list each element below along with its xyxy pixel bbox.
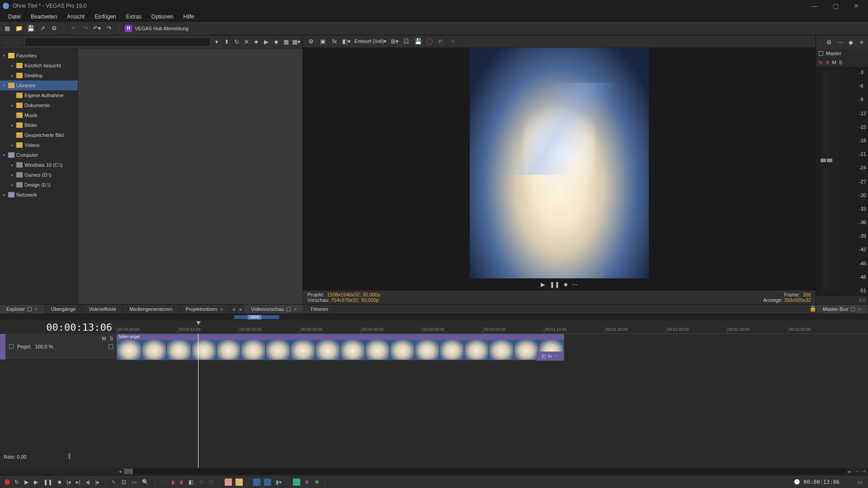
tree-item[interactable]: ▸Kürzlich besucht: [0, 61, 78, 70]
clip-crop-icon[interactable]: ◰: [542, 353, 546, 359]
scrollbar-thumb[interactable]: [124, 469, 133, 474]
open-icon[interactable]: 📁: [15, 25, 23, 32]
favorite-icon[interactable]: ★: [253, 38, 260, 46]
track-mute-button[interactable]: M: [102, 336, 106, 341]
tab-masterbus[interactable]: Master-Bus✕: [816, 305, 868, 314]
undo-icon[interactable]: ↶: [70, 25, 77, 32]
master-mute-button[interactable]: M: [832, 60, 836, 65]
play-button[interactable]: ▶: [33, 479, 39, 485]
playhead[interactable]: [198, 334, 198, 468]
file-list[interactable]: [78, 49, 302, 304]
zoom-tool[interactable]: 🔍: [141, 479, 150, 485]
menu-optionen[interactable]: Optionen: [147, 13, 178, 21]
twisty-icon[interactable]: ▸: [10, 143, 14, 147]
folder-tree[interactable]: ▾Favorites▸Kürzlich besucht▸Desktop▾Libr…: [0, 49, 78, 304]
nav-back-icon[interactable]: ←: [3, 39, 11, 45]
track-content[interactable]: fallen angel ◰ fx ⋯: [117, 334, 868, 468]
transport-timecode[interactable]: 00:00:13:06: [804, 479, 840, 485]
timeline-scrollbar[interactable]: ◂ ▸ − +: [0, 468, 868, 475]
preview-overlays-icon[interactable]: ⊞▾: [391, 38, 398, 45]
tree-item[interactable]: Musik: [0, 110, 78, 120]
tc-format-button[interactable]: ▭: [857, 479, 863, 485]
minimize-button[interactable]: ―: [808, 2, 821, 10]
scroll-left-icon[interactable]: ◂: [117, 469, 124, 474]
lock-icon[interactable]: 🔒: [809, 305, 816, 312]
tab-close-icon[interactable]: ✕: [293, 307, 297, 312]
play-start-button[interactable]: ▶: [24, 479, 29, 485]
scroll-right-icon[interactable]: ▸: [846, 469, 854, 474]
go-start-button[interactable]: |◂: [66, 479, 71, 485]
preview-fx-icon[interactable]: fx: [331, 38, 338, 45]
tab-explorer[interactable]: Explorer✕: [0, 305, 45, 314]
tab-videovorschau[interactable]: Videovorschau✕: [245, 305, 304, 314]
auto-preview-icon[interactable]: ▦: [283, 38, 290, 46]
menu-ansicht[interactable]: Ansicht: [62, 13, 89, 21]
preview-record-icon[interactable]: [426, 38, 433, 45]
tree-item[interactable]: ▸Netzwerk: [0, 190, 78, 200]
tabs-left-scroll-right-icon[interactable]: ▸: [237, 305, 245, 314]
video-clip[interactable]: fallen angel ◰ fx ⋯: [117, 334, 564, 360]
zoom-out-icon[interactable]: −: [854, 469, 861, 474]
preview-list-icon[interactable]: ≡: [449, 38, 456, 45]
marker-red-button[interactable]: ▮: [170, 479, 175, 485]
view-mode-icon[interactable]: ▦▾: [292, 38, 300, 46]
tree-item[interactable]: ▸Desktop: [0, 70, 78, 80]
twisty-icon[interactable]: ▸: [10, 173, 14, 177]
track-type-icon[interactable]: [9, 344, 14, 349]
tab-close-icon[interactable]: ✕: [220, 307, 223, 312]
twisty-icon[interactable]: ▾: [2, 53, 6, 58]
tree-item[interactable]: Gespeicherte Bild: [0, 130, 78, 140]
tab-videoeffekte[interactable]: Videoeffekte: [82, 305, 123, 314]
render-icon[interactable]: ↗: [39, 25, 46, 32]
master-downmix-icon[interactable]: ◆: [847, 38, 854, 46]
play-icon[interactable]: ▶: [263, 38, 270, 46]
vegas-hub[interactable]: H VEGAS Hub Abmeldung: [125, 25, 189, 32]
tree-item[interactable]: ▸Videos: [0, 140, 78, 150]
clip-controls[interactable]: ◰ fx ⋯: [537, 352, 564, 361]
tab-mediengeneratoren[interactable]: Mediengeneratoren: [123, 305, 179, 314]
tree-item[interactable]: ▸Bilder: [0, 120, 78, 130]
tab-trimmer[interactable]: Trimmer: [304, 305, 335, 314]
preview-pause-button[interactable]: ❚❚: [550, 281, 560, 288]
marker-yellow-button[interactable]: [236, 479, 243, 486]
twisty-icon[interactable]: ▸: [10, 163, 14, 167]
master-settings-icon[interactable]: ≡: [858, 38, 865, 46]
master-solo-button[interactable]: S: [839, 60, 842, 65]
timeline-ruler[interactable]: 00:00:00:0000:00:10:0000:00:20:0000:00:3…: [117, 320, 868, 334]
tree-item[interactable]: ▸Design (E:\): [0, 180, 78, 190]
tree-item[interactable]: ▾Libraries: [0, 80, 78, 90]
fx-automation-button[interactable]: ✲: [304, 479, 310, 485]
tab-projektnotizen[interactable]: Projektnotizen✕: [179, 305, 231, 314]
tab-bergnge[interactable]: Übergänge: [45, 305, 82, 314]
master-gear-icon[interactable]: ⚙: [826, 38, 833, 46]
track-level-value[interactable]: 100,0 %: [35, 344, 53, 349]
tabs-left-scroll-left-icon[interactable]: ◂: [230, 305, 237, 314]
loop-button[interactable]: ↻: [14, 479, 20, 485]
preview-copy-icon[interactable]: ⿻: [403, 38, 410, 45]
new-project-icon[interactable]: ▦: [4, 25, 11, 32]
undo-dropdown-icon[interactable]: ↶▾: [94, 25, 101, 32]
timeline-overview[interactable]: 12/28: [0, 314, 868, 320]
preview-save-icon[interactable]: 💾: [415, 38, 422, 45]
menu-hilfe[interactable]: Hilfe: [179, 13, 199, 21]
address-input[interactable]: [24, 38, 210, 47]
tab-close-icon[interactable]: ✕: [34, 307, 38, 312]
rate-slider[interactable]: ║: [68, 453, 75, 460]
close-button[interactable]: ✕: [850, 2, 863, 10]
twisty-icon[interactable]: ▸: [10, 103, 14, 108]
tab-undock-icon[interactable]: [851, 307, 855, 311]
menu-extras[interactable]: Extras: [122, 13, 146, 21]
pause-button[interactable]: ❚❚: [42, 479, 53, 485]
preview-split-icon[interactable]: ◧▾: [343, 38, 350, 45]
stop-icon[interactable]: ■: [273, 38, 280, 46]
preview-quality-dropdown[interactable]: Entwurf (Voll)▾: [354, 38, 387, 44]
twisty-icon[interactable]: ▸: [2, 192, 6, 197]
track-motion-icon[interactable]: [108, 344, 113, 349]
tree-item[interactable]: ▸Dokumente: [0, 100, 78, 110]
timeline-timecode[interactable]: 00:00:13:06: [0, 320, 117, 334]
tab-close-icon[interactable]: ✕: [858, 307, 861, 312]
go-end-button[interactable]: ▸|: [75, 479, 81, 485]
cd-index-button[interactable]: [253, 479, 260, 486]
track-lane[interactable]: fallen angel ◰ fx ⋯: [117, 334, 868, 360]
marker-red2-button[interactable]: ▮: [179, 479, 184, 485]
